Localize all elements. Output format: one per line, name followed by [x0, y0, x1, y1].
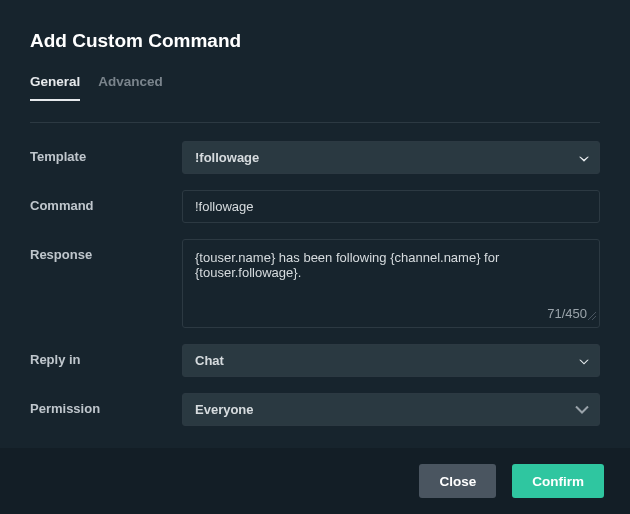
- tab-advanced[interactable]: Advanced: [98, 74, 163, 101]
- chevron-down-icon: [579, 150, 589, 165]
- add-custom-command-modal: Add Custom Command General Advanced Temp…: [0, 0, 630, 514]
- row-permission: Permission Everyone: [30, 393, 600, 426]
- response-charcount: 71/450: [195, 306, 587, 321]
- label-command: Command: [30, 190, 182, 213]
- modal-title: Add Custom Command: [30, 30, 600, 52]
- control-reply-in: Chat: [182, 344, 600, 377]
- response-textarea-wrap: 71/450: [182, 239, 600, 328]
- control-response: 71/450: [182, 239, 600, 328]
- label-response: Response: [30, 239, 182, 262]
- resize-handle-icon[interactable]: [587, 307, 597, 325]
- label-permission: Permission: [30, 393, 182, 416]
- template-select-value: !followage: [195, 150, 259, 165]
- row-reply-in: Reply in Chat: [30, 344, 600, 377]
- reply-in-select[interactable]: Chat: [182, 344, 600, 377]
- reply-in-select-value: Chat: [195, 353, 224, 368]
- command-input[interactable]: [182, 190, 600, 223]
- template-select[interactable]: !followage: [182, 141, 600, 174]
- response-textarea[interactable]: [195, 250, 587, 298]
- control-command: [182, 190, 600, 223]
- row-command: Command: [30, 190, 600, 223]
- permission-select[interactable]: Everyone: [182, 393, 600, 426]
- divider: [30, 122, 600, 123]
- chevron-down-icon: [579, 353, 589, 368]
- chevron-down-icon: [575, 402, 589, 417]
- control-template: !followage: [182, 141, 600, 174]
- modal-footer: Close Confirm: [0, 448, 630, 514]
- label-template: Template: [30, 141, 182, 164]
- row-template: Template !followage: [30, 141, 600, 174]
- confirm-button[interactable]: Confirm: [512, 464, 604, 498]
- label-reply-in: Reply in: [30, 344, 182, 367]
- tab-general[interactable]: General: [30, 74, 80, 101]
- close-button[interactable]: Close: [419, 464, 496, 498]
- control-permission: Everyone: [182, 393, 600, 426]
- modal-body: Add Custom Command General Advanced Temp…: [0, 0, 630, 448]
- tabs: General Advanced: [30, 74, 600, 102]
- row-response: Response 71/450: [30, 239, 600, 328]
- permission-select-value: Everyone: [195, 402, 254, 417]
